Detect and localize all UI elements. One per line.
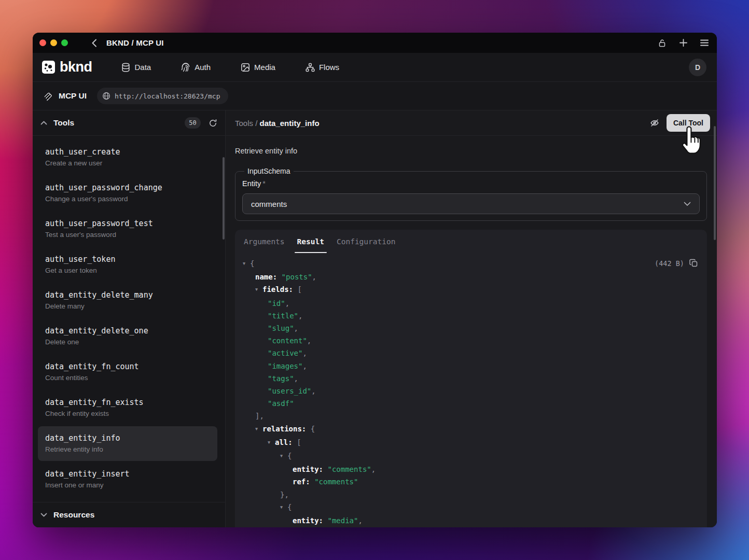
json-line: ▼fields: [ — [243, 283, 699, 297]
main-nav: DataAuthMediaFlows — [121, 63, 340, 72]
tool-name: auth_user_password_change — [45, 182, 210, 193]
tool-item-data_entity_delete_one[interactable]: data_entity_delete_oneDelete one — [38, 319, 217, 354]
tab-configuration[interactable]: Configuration — [337, 230, 396, 253]
tool-description: Insert one or many — [45, 480, 210, 491]
app-header: bknd DataAuthMediaFlows D — [33, 53, 717, 82]
nav-item-media[interactable]: Media — [241, 63, 275, 72]
json-line: "active", — [243, 347, 699, 359]
fingerprint-icon — [181, 63, 190, 72]
nav-item-auth[interactable]: Auth — [181, 63, 211, 72]
menu-button[interactable] — [699, 37, 710, 49]
globe-icon — [102, 92, 110, 100]
refresh-button[interactable] — [208, 118, 217, 128]
nav-label: Flows — [319, 63, 339, 72]
lock-button[interactable] — [656, 37, 668, 49]
main-body: Retrieve entity info InputSchema Entity*… — [226, 136, 717, 527]
tool-description: Delete many — [45, 301, 210, 312]
app-window: BKND / MCP UI bknd DataAuthMediaFlows D … — [33, 33, 717, 527]
back-button[interactable] — [89, 38, 99, 48]
traffic-light-maximize[interactable] — [61, 39, 68, 46]
tool-name: data_entity_info — [45, 432, 210, 444]
nav-item-data[interactable]: Data — [121, 63, 151, 72]
app-title: MCP UI — [59, 91, 87, 101]
new-tab-button[interactable] — [677, 37, 689, 49]
disclosure-triangle-icon[interactable]: ▼ — [280, 501, 285, 513]
json-line: ▼relations: { — [243, 423, 699, 436]
url-pill[interactable]: http://localhost:28623/mcp — [97, 88, 229, 104]
tool-description: Check if entity exists — [45, 408, 210, 419]
nav-label: Media — [254, 63, 275, 72]
tool-item-data_entity_delete_many[interactable]: data_entity_delete_manyDelete many — [38, 283, 217, 318]
entity-select-value: comments — [251, 200, 684, 208]
url-text: http://localhost:28623/mcp — [115, 92, 220, 100]
breadcrumb: Tools / data_entity_info — [235, 119, 320, 128]
disclosure-triangle-icon[interactable]: ▼ — [268, 436, 272, 449]
tab-arguments[interactable]: Arguments — [244, 230, 285, 253]
traffic-light-close[interactable] — [39, 39, 46, 46]
tool-item-data_entity_info[interactable]: data_entity_infoRetrieve entity info — [38, 426, 217, 461]
subheader: MCP UI http://localhost:28623/mcp — [33, 82, 717, 110]
json-line: ref: "images" — [243, 527, 699, 527]
nav-label: Data — [135, 63, 151, 72]
tool-description: Count entities — [45, 372, 210, 383]
copy-icon — [689, 259, 698, 268]
tool-item-auth_user_password_test[interactable]: auth_user_password_testTest a user's pas… — [38, 212, 217, 246]
sidebar-scrollbar[interactable] — [223, 157, 225, 240]
tool-item-auth_user_token[interactable]: auth_user_tokenGet a user token — [38, 247, 217, 282]
sidebar: Tools 50 auth_user_createCreate a new us… — [33, 110, 226, 527]
main-scrollbar[interactable] — [714, 126, 716, 240]
nav-item-flows[interactable]: Flows — [306, 63, 339, 72]
json-line: ], — [243, 410, 699, 422]
disclosure-triangle-icon[interactable]: ▼ — [280, 450, 285, 462]
json-line: ▼{ — [243, 450, 699, 463]
json-line: "tags", — [243, 372, 699, 385]
copy-button[interactable] — [689, 259, 698, 268]
tool-description: Retrieve entity info — [45, 444, 210, 455]
hamburger-icon — [700, 39, 709, 46]
breadcrumb-current: data_entity_info — [260, 119, 320, 128]
traffic-light-minimize[interactable] — [50, 39, 57, 46]
tools-count-badge: 50 — [185, 117, 201, 129]
entity-label: Entity* — [242, 179, 700, 188]
tool-description: Change a user's password — [45, 193, 210, 204]
main-toolbar: Tools / data_entity_info Call Tool — [226, 110, 717, 136]
tool-item-auth_user_password_change[interactable]: auth_user_password_changeChange a user's… — [38, 176, 217, 211]
tool-name: data_entity_insert — [45, 468, 210, 480]
json-line: }, — [243, 488, 699, 501]
input-schema-legend: InputSchema — [244, 167, 294, 175]
tool-name: data_entity_delete_one — [45, 325, 210, 337]
database-icon — [121, 63, 131, 72]
tool-item-data_entity_insert[interactable]: data_entity_insertInsert one or many — [38, 462, 217, 497]
resources-section-header[interactable]: Resources — [33, 502, 225, 527]
json-line: name: "posts", — [243, 271, 699, 283]
lock-open-icon — [658, 39, 666, 47]
json-line: ▼all: [ — [243, 436, 699, 450]
json-line: "images", — [243, 360, 699, 372]
disclosure-triangle-icon[interactable]: ▼ — [255, 283, 260, 296]
tool-item-auth_user_create[interactable]: auth_user_createCreate a new user — [38, 140, 217, 175]
tools-section-header[interactable]: Tools 50 — [33, 110, 225, 136]
bknd-logo[interactable]: bknd — [41, 59, 92, 75]
tool-name: data_entity_fn_count — [45, 361, 210, 372]
entity-select[interactable]: comments — [242, 193, 700, 214]
tab-result[interactable]: Result — [297, 230, 324, 253]
tool-item-data_entity_fn_count[interactable]: data_entity_fn_countCount entities — [38, 355, 217, 389]
nav-label: Auth — [195, 63, 211, 72]
watch-off-button[interactable] — [649, 118, 660, 128]
tool-list: auth_user_createCreate a new userauth_us… — [33, 136, 225, 497]
bknd-logo-icon — [41, 60, 56, 74]
json-line: "title", — [243, 310, 699, 322]
tool-name: auth_user_password_test — [45, 218, 210, 229]
disclosure-triangle-icon[interactable]: ▼ — [243, 257, 247, 270]
cursor-pointer — [678, 125, 702, 155]
json-viewer: ▼{name: "posts",▼fields: ["id","title","… — [235, 253, 707, 527]
avatar[interactable]: D — [689, 59, 706, 76]
breadcrumb-root[interactable]: Tools — [235, 119, 253, 128]
tabs: ArgumentsResultConfiguration — [235, 230, 707, 253]
disclosure-triangle-icon[interactable]: ▼ — [255, 423, 260, 435]
chevron-left-icon — [91, 39, 97, 47]
plus-icon — [679, 39, 687, 47]
result-panel: ArgumentsResultConfiguration ▼{name: "po… — [235, 230, 707, 527]
tool-item-data_entity_fn_exists[interactable]: data_entity_fn_existsCheck if entity exi… — [38, 390, 217, 425]
tool-description: Delete one — [45, 337, 210, 347]
